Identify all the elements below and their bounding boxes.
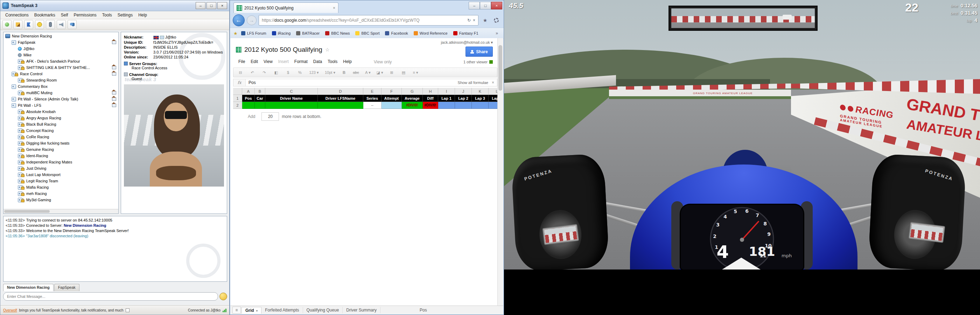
sheet-tab[interactable]: Driver Summary▾ xyxy=(343,307,380,313)
docs-toolbar-button[interactable]: 123 ▾ xyxy=(306,68,321,76)
column-header[interactable]: D xyxy=(318,88,363,95)
docs-toolbar-button[interactable]: A ▾ xyxy=(362,68,374,76)
docs-toolbar-button[interactable]: ▤ xyxy=(398,68,409,76)
settings-gear-icon[interactable] xyxy=(492,16,501,25)
tree-item[interactable]: Black Bull Racing xyxy=(3,121,118,127)
header-cell[interactable]: Lap 4 xyxy=(488,95,497,102)
back-button[interactable]: ← xyxy=(233,14,245,26)
address-bar[interactable]: https://docs.google.com/spreadsheet/ccc?… xyxy=(259,15,479,25)
close-button[interactable]: × xyxy=(491,2,502,10)
favorite-link[interactable]: Word Reference xyxy=(414,31,448,35)
header-cell[interactable]: Attempt xyxy=(382,95,402,102)
vertical-scrollbar[interactable] xyxy=(497,38,503,306)
header-cell[interactable]: Pos xyxy=(242,95,255,102)
docs-toolbar-button[interactable]: ↶ xyxy=(247,68,258,76)
docs-menu-item[interactable]: Help xyxy=(340,59,354,65)
data-cell[interactable] xyxy=(265,102,318,109)
header-cell[interactable]: Car xyxy=(255,95,265,102)
docs-menu-item[interactable]: File xyxy=(236,59,247,65)
browser-tab[interactable]: 2012 Kyoto 500 Qualifying × xyxy=(234,2,339,13)
docs-toolbar-button[interactable]: abc xyxy=(350,68,361,76)
minimize-button[interactable]: – xyxy=(196,2,205,9)
other-viewer-status[interactable]: 1 other viewer xyxy=(463,60,493,64)
row-number[interactable]: 1 xyxy=(233,95,242,102)
favorite-link[interactable]: BATRacer xyxy=(296,31,320,35)
docs-toolbar-button[interactable]: ⊞ xyxy=(386,68,397,76)
tree-item[interactable]: Just Driving xyxy=(3,165,118,172)
column-header[interactable]: K xyxy=(472,88,488,95)
docs-toolbar-button[interactable]: ≡ ▾ xyxy=(410,68,421,76)
favorite-link[interactable]: BBC Sport xyxy=(355,31,379,35)
tree-item[interactable]: FapSpeak xyxy=(3,39,118,46)
tree-item[interactable]: My3id Gaming xyxy=(3,197,118,203)
tree-item[interactable]: Absolute Knobah xyxy=(3,108,118,115)
teamspeak-titlebar[interactable]: TeamSpeak 3 – □ × xyxy=(0,0,229,11)
menu-item[interactable]: Tools xyxy=(99,12,115,18)
data-cell[interactable] xyxy=(488,102,497,109)
scrollbar-thumb[interactable] xyxy=(498,45,502,91)
overwolf-link[interactable]: Overwolf xyxy=(3,309,17,312)
tree-item[interactable]: Angry Angus Racing xyxy=(3,115,118,121)
column-header[interactable]: H xyxy=(423,88,438,95)
emoticon-icon[interactable] xyxy=(220,293,227,300)
formula-close-icon[interactable]: × xyxy=(492,80,497,85)
mute-microphone-icon[interactable] xyxy=(46,20,55,29)
menu-item[interactable]: Self xyxy=(58,12,71,18)
data-cell[interactable]: -- xyxy=(363,102,382,109)
header-cell[interactable]: Diff xyxy=(423,95,438,102)
bookmarks-icon[interactable] xyxy=(13,20,22,29)
refresh-icon[interactable]: ↻ xyxy=(467,18,471,23)
tree-item[interactable]: Race Control xyxy=(3,71,118,77)
row-number[interactable]: 2 xyxy=(233,102,242,109)
tree-item[interactable]: Commentary Box xyxy=(3,83,118,90)
browser-titlebar[interactable]: 2012 Kyoto 500 Qualifying × – □ × xyxy=(230,0,504,13)
maximize-button[interactable]: □ xyxy=(207,2,216,9)
chat-message-input[interactable] xyxy=(3,292,218,301)
favorites-star-icon[interactable]: ★ xyxy=(480,16,490,25)
menu-item[interactable]: Settings xyxy=(115,12,135,18)
column-header[interactable]: J xyxy=(455,88,472,95)
tree-item[interactable]: Independent Racing Mates xyxy=(3,159,118,165)
data-cell[interactable]: #DIV/0! xyxy=(402,102,423,109)
formula-bar[interactable]: fx Pos Show all formulae × xyxy=(233,79,497,86)
docs-toolbar-button[interactable]: $ xyxy=(282,68,294,76)
docs-menu-item[interactable]: Tools xyxy=(325,59,340,65)
chat-tab[interactable]: New Dimension Racing xyxy=(3,284,54,291)
chat-tab[interactable]: FapSpeak xyxy=(54,284,80,291)
favorite-link[interactable]: Fantasy F1 xyxy=(453,31,479,35)
tree-item[interactable]: New Dimension Racing xyxy=(3,33,118,39)
docs-toolbar-button[interactable]: ↷ xyxy=(259,68,270,76)
header-cell[interactable]: Lap 1 xyxy=(438,95,455,102)
favorite-link[interactable]: Facebook xyxy=(385,31,408,35)
column-header[interactable]: L xyxy=(488,88,497,95)
data-cell[interactable] xyxy=(455,102,472,109)
share-button[interactable]: Share xyxy=(466,46,493,57)
tree-item[interactable]: multiBC Muting xyxy=(3,90,118,96)
minimize-button[interactable]: – xyxy=(469,2,480,10)
column-header[interactable]: C xyxy=(265,88,318,95)
tree-item[interactable]: J@tko xyxy=(3,46,118,52)
header-cell[interactable]: Average xyxy=(402,95,423,102)
tree-horizontal-scrollbar[interactable] xyxy=(3,209,118,213)
tree-item[interactable]: Genuine Racing xyxy=(3,146,118,153)
forward-button[interactable]: → xyxy=(247,15,256,25)
docs-menu-item[interactable]: Data xyxy=(311,59,325,65)
server-tree[interactable]: New Dimension Racing FapSpeak xyxy=(3,32,119,214)
data-cell[interactable] xyxy=(242,102,255,109)
docs-menu-item[interactable]: Format xyxy=(292,59,310,65)
column-header[interactable]: G xyxy=(402,88,423,95)
document-title[interactable]: 2012 Kyoto 500 Qualifying xyxy=(244,46,322,54)
header-cell[interactable]: Lap 2 xyxy=(455,95,472,102)
sheet-tab[interactable]: Forfeited Attempts▾ xyxy=(261,307,303,313)
tree-item[interactable]: Stewarding Room xyxy=(3,77,118,83)
contacts-icon[interactable] xyxy=(68,20,76,29)
server-log[interactable]: <11:05:32>Trying to connect to server on… xyxy=(3,216,227,282)
docs-toolbar-button[interactable]: ◧ xyxy=(270,68,282,76)
docs-toolbar-button[interactable]: ⊟ xyxy=(235,68,246,76)
header-cell[interactable]: Driver LFSName xyxy=(318,95,363,102)
tree-item[interactable]: meh Racing xyxy=(3,190,118,197)
account-email[interactable]: jack.atkinson@hotmail.co.uk ▾ xyxy=(441,40,493,45)
docs-toolbar-button[interactable]: 10pt ▾ xyxy=(322,68,338,76)
data-cell[interactable] xyxy=(382,102,402,109)
data-cell[interactable] xyxy=(255,102,265,109)
